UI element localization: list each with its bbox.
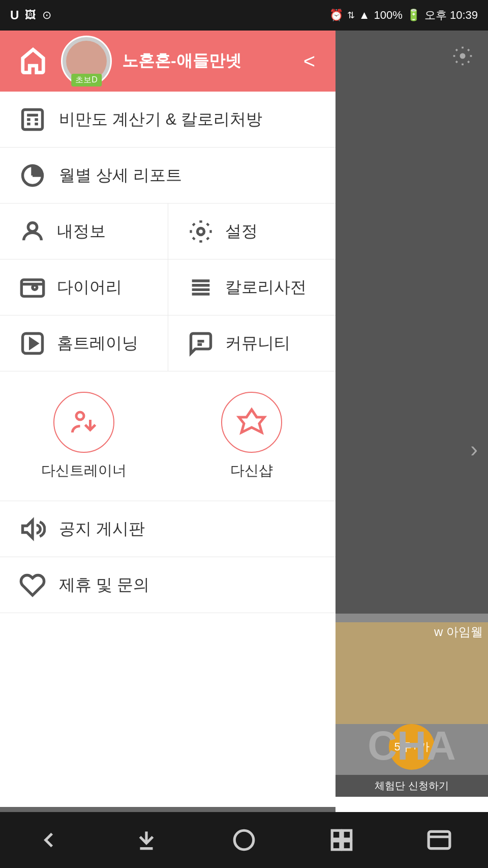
right-panel: › w 아임웰 5무+가 체험단 신청하기 CHA 다신샵 [336, 31, 488, 868]
svg-point-10 [197, 228, 204, 235]
menu-item-calorie-dict[interactable]: 칼로리사전 [168, 259, 336, 315]
bmi-label: 비만도 계산기 & 칼로리처방 [59, 108, 262, 131]
list-icon [187, 273, 215, 302]
alarm-icon: ⏰ [329, 9, 343, 22]
menu-row-training-community: 홈트레이닝 커뮤니티 [0, 315, 336, 371]
menu-item-partnership[interactable]: 제휴 및 문의 [0, 557, 336, 613]
dashin-trainer-label: 다신트레이너 [41, 461, 127, 480]
settings-label: 설정 [225, 220, 258, 243]
drawer: 초보D 노혼혼-애들만넷 < 비만도 계산기 & [0, 31, 336, 868]
ad-brand: w 아임웰 [434, 624, 483, 640]
menu-item-bmi-calculator[interactable]: 비만도 계산기 & 칼로리처방 [0, 92, 336, 148]
svg-rect-30 [332, 830, 341, 839]
megaphone-icon [18, 515, 47, 543]
chart-icon [18, 161, 47, 190]
menu-row-info-settings: 내정보 설정 [0, 204, 336, 259]
u-icon: U [10, 8, 19, 22]
home-training-label: 홈트레이닝 [57, 332, 138, 355]
notice-board-label: 공지 게시판 [59, 518, 145, 540]
svg-rect-0 [23, 109, 43, 129]
svg-rect-31 [343, 830, 351, 839]
gear-icon [187, 217, 215, 246]
trainer-circle [53, 392, 114, 453]
settings-icon-right[interactable] [447, 41, 478, 71]
svg-point-29 [234, 830, 254, 850]
dashin-shop-label: 다신샵 [230, 461, 273, 480]
menu-list: 비만도 계산기 & 칼로리처방 월별 상세 리포트 [0, 92, 336, 807]
status-bar: U 🖼 ⊙ ⏰ ⇅ ▲ 100% 🔋 오후 10:39 [0, 0, 488, 31]
menu-item-community[interactable]: 커뮤니티 [168, 315, 336, 371]
right-arrow: › [470, 437, 478, 462]
handshake-icon [18, 571, 47, 599]
grid-nav-button[interactable] [321, 820, 362, 860]
cha-text: CHA [336, 726, 488, 766]
menu-item-settings[interactable]: 설정 [168, 204, 336, 259]
menu-row-diary-calorie: 다이어리 칼로리사전 [0, 259, 336, 315]
community-label: 커뮤니티 [225, 332, 290, 355]
android-icon: ⊙ [42, 9, 51, 22]
menu-item-home-training[interactable]: 홈트레이닝 [0, 315, 168, 371]
avatar: 초보D [61, 36, 112, 86]
svg-marker-18 [30, 339, 37, 348]
calorie-dict-label: 칼로리사전 [225, 276, 307, 299]
image-icon: 🖼 [25, 9, 36, 22]
down-nav-button[interactable] [126, 820, 167, 860]
partnership-label: 제휴 및 문의 [59, 574, 149, 596]
nav-bar [0, 812, 488, 868]
battery-icon: 🔋 [407, 9, 420, 22]
window-nav-button[interactable] [419, 820, 460, 860]
signal-icon: ▲ [359, 9, 370, 22]
time: 오후 10:39 [424, 8, 478, 23]
calculator-icon [18, 105, 47, 134]
data-icon: ⇅ [347, 10, 355, 21]
drawer-header: 초보D 노혼혼-애들만넷 < [0, 31, 336, 92]
svg-rect-32 [332, 841, 341, 850]
shop-circle [221, 392, 282, 453]
circle-icons-row: 다신트레이너 다신샵 [0, 371, 336, 501]
monthly-report-label: 월별 상세 리포트 [59, 164, 182, 187]
menu-item-dashin-shop[interactable]: 다신샵 [168, 387, 336, 485]
back-nav-button[interactable] [28, 820, 69, 860]
menu-item-diary[interactable]: 다이어리 [0, 259, 168, 315]
home-button[interactable] [15, 43, 51, 79]
ad-area: w 아임웰 5무+가 체험단 신청하기 [336, 614, 488, 797]
menu-item-notice-board[interactable]: 공지 게시판 [0, 501, 336, 557]
menu-item-my-info[interactable]: 내정보 [0, 204, 168, 259]
back-button[interactable]: < [298, 45, 320, 78]
app-container: 초보D 노혼혼-애들만넷 < 비만도 계산기 & [0, 31, 488, 868]
menu-item-dashin-trainer[interactable]: 다신트레이너 [0, 387, 168, 485]
person-icon [18, 217, 47, 246]
my-info-label: 내정보 [57, 220, 106, 243]
svg-point-9 [28, 222, 37, 231]
menu-item-monthly-report[interactable]: 월별 상세 리포트 [0, 148, 336, 204]
chat-icon [187, 329, 215, 358]
status-right: ⏰ ⇅ ▲ 100% 🔋 오후 10:39 [329, 8, 478, 23]
svg-rect-34 [429, 831, 450, 848]
svg-point-25 [460, 53, 466, 59]
battery-percent: 100% [374, 9, 403, 22]
svg-rect-33 [343, 841, 351, 850]
svg-point-21 [76, 412, 84, 420]
level-badge: 초보D [71, 74, 102, 86]
status-left: U 🖼 ⊙ [10, 8, 51, 22]
username: 노혼혼-애들만넷 [122, 50, 288, 72]
wallet-icon [18, 273, 47, 302]
svg-marker-23 [239, 410, 264, 432]
home-nav-button[interactable] [224, 820, 264, 860]
play-icon [18, 329, 47, 358]
diary-label: 다이어리 [57, 276, 122, 299]
